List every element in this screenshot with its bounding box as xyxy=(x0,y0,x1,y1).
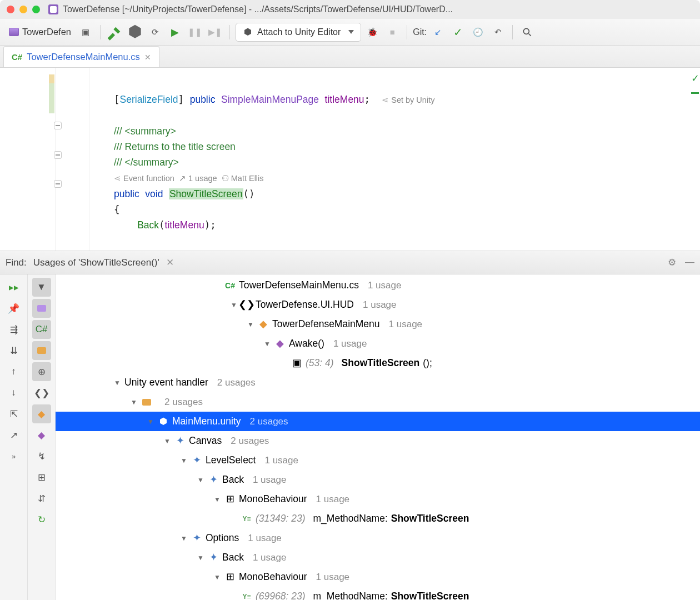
rerun-button[interactable]: ▸▸ xyxy=(4,278,23,297)
prev-button[interactable]: ↑ xyxy=(4,362,23,381)
tree-row[interactable]: ▼MainMenu.unity2 usages xyxy=(56,412,700,431)
editor-gutter xyxy=(0,68,56,251)
tree-row[interactable]: ▼✦LevelSelect1 usage xyxy=(56,451,700,470)
tree-row[interactable]: ▼⊞MonoBehaviour1 usage xyxy=(56,489,700,509)
fold-icon[interactable] xyxy=(54,122,62,129)
group-module-button[interactable] xyxy=(32,299,51,318)
fold-icon[interactable] xyxy=(54,151,62,159)
run-target-button[interactable]: ▣ xyxy=(77,23,94,41)
tree-row[interactable]: ▼✦Back1 usage xyxy=(56,470,700,489)
svg-point-0 xyxy=(524,28,529,34)
tree-row[interactable]: ▼◆Awake()1 usage xyxy=(56,334,700,353)
export-button[interactable]: ⇱ xyxy=(4,404,23,423)
run-button[interactable]: ▶ xyxy=(166,23,184,41)
window-close-icon[interactable] xyxy=(7,6,14,13)
group-sync-button[interactable]: ↻ xyxy=(32,510,51,529)
group-method-button[interactable]: ◆ xyxy=(32,426,51,444)
unity-icon xyxy=(243,27,253,37)
tree-row[interactable]: Y≡(69968: 23)m_MethodName: ShowTitleScre… xyxy=(56,587,700,600)
step-button[interactable]: ▶❚ xyxy=(206,23,224,41)
next-button[interactable]: ↓ xyxy=(4,383,23,402)
project-dropdown[interactable]: TowerDefen xyxy=(6,27,74,37)
tree-row[interactable]: ▼◆TowerDefenseMainMenu1 usage xyxy=(56,314,700,334)
git-commit-button[interactable]: ✓ xyxy=(449,23,467,41)
window-minimize-icon[interactable] xyxy=(19,6,27,13)
attach-label: Attach to Unity Editor xyxy=(257,27,341,37)
fold-icon[interactable] xyxy=(54,180,62,188)
hammer-build-button[interactable] xyxy=(106,23,124,41)
collapse-panel-icon[interactable]: — xyxy=(685,257,694,268)
find-label: Find: xyxy=(6,257,27,268)
tree-row[interactable]: ▼Unity event handler2 usages xyxy=(56,373,700,392)
open-new-tab-button[interactable]: ↗ xyxy=(4,426,23,444)
svg-line-1 xyxy=(529,33,531,36)
error-stripe[interactable]: ✓ xyxy=(691,72,699,94)
app-icon xyxy=(48,4,58,14)
usage-tree[interactable]: C#TowerDefenseMainMenu.cs1 usage▼❮❯Tower… xyxy=(56,274,700,600)
collapse-button[interactable]: ⇊ xyxy=(4,341,23,360)
unity-build-button[interactable] xyxy=(126,23,144,41)
close-tab-icon[interactable]: ✕ xyxy=(144,53,151,62)
project-name: TowerDefen xyxy=(22,27,71,37)
find-group-sidebar: ▼ C# ⊕ ❮❯ ◆ ◆ ↯ ⊞ ⇵ ↻ xyxy=(28,274,56,600)
find-usages-panel: ▸▸ 📌 ⇶ ⇊ ↑ ↓ ⇱ ↗ » ▼ C# ⊕ ❮❯ ◆ ◆ ↯ ⊞ ⇵ ↻… xyxy=(0,274,700,600)
group-structure-button[interactable]: ↯ xyxy=(32,447,51,466)
tree-row[interactable]: ▼2 usages xyxy=(56,392,700,412)
find-action-sidebar: ▸▸ 📌 ⇶ ⇊ ↑ ↓ ⇱ ↗ » xyxy=(0,274,28,600)
main-toolbar: TowerDefen ▣ ⟳ ▶ ❚❚ ▶❚ Attach to Unity E… xyxy=(0,19,700,46)
group-class-button[interactable]: ◆ xyxy=(32,404,51,423)
window-title: TowerDefense [~/UnityProjects/TowerDefen… xyxy=(63,4,453,14)
tree-row[interactable]: ▼✦Back1 usage xyxy=(56,548,700,567)
check-icon: ✓ xyxy=(691,72,699,84)
code-content[interactable]: [SerializeField] public SimpleMainMenuPa… xyxy=(56,68,700,251)
refresh-button[interactable]: ⟳ xyxy=(146,23,164,41)
tree-row[interactable]: Y≡(31349: 23)m_MethodName: ShowTitleScre… xyxy=(56,509,700,528)
editor-tab-bar: C# TowerDefenseMainMenu.cs ✕ xyxy=(0,46,700,68)
close-find-icon[interactable]: ✕ xyxy=(166,257,174,268)
tree-row[interactable]: C#TowerDefenseMainMenu.cs1 usage xyxy=(56,276,700,295)
git-label: Git: xyxy=(413,27,427,37)
settings-icon[interactable]: ⚙ xyxy=(668,257,676,268)
find-panel-header: Find: Usages of 'ShowTitleScreen()' ✕ ⚙ … xyxy=(0,251,700,274)
tree-row[interactable]: ▣(53: 4)ShowTitleScreen(); xyxy=(56,353,700,373)
flatten-button[interactable]: ⇶ xyxy=(4,320,23,339)
debug-button[interactable]: 🐞 xyxy=(363,23,381,41)
group-usage-button[interactable]: ⊕ xyxy=(32,362,51,381)
pause-button[interactable]: ❚❚ xyxy=(186,23,204,41)
tree-row[interactable]: ▼✦Options1 usage xyxy=(56,528,700,548)
tree-row[interactable]: ▼⊞MonoBehaviour1 usage xyxy=(56,567,700,587)
code-editor[interactable]: [SerializeField] public SimpleMainMenuPa… xyxy=(0,68,700,251)
group-file-button[interactable]: C# xyxy=(32,320,51,339)
group-sort-button[interactable]: ⇵ xyxy=(32,489,51,508)
tree-row[interactable]: ▼❮❯TowerDefense.UI.HUD1 usage xyxy=(56,295,700,314)
csharp-icon: C# xyxy=(12,52,22,62)
search-button[interactable] xyxy=(518,23,536,41)
find-title: Usages of 'ShowTitleScreen()' xyxy=(33,257,159,268)
group-directory-button[interactable] xyxy=(32,341,51,360)
filter-button[interactable]: ▼ xyxy=(32,278,51,297)
undo-button[interactable]: ↶ xyxy=(489,23,507,41)
group-node-button[interactable]: ⊞ xyxy=(32,468,51,487)
attach-config-dropdown[interactable]: Attach to Unity Editor xyxy=(236,23,361,42)
more-button[interactable]: » xyxy=(4,447,23,466)
project-folder-icon xyxy=(9,28,19,36)
tree-row[interactable]: ▼✦Canvas2 usages xyxy=(56,431,700,451)
git-history-button[interactable]: 🕘 xyxy=(469,23,487,41)
group-namespace-button[interactable]: ❮❯ xyxy=(32,383,51,402)
stop-button[interactable]: ■ xyxy=(383,23,401,41)
git-pull-button[interactable]: ↙ xyxy=(429,23,447,41)
chevron-down-icon xyxy=(348,30,354,34)
pin-button[interactable]: 📌 xyxy=(4,299,23,318)
editor-tab[interactable]: C# TowerDefenseMainMenu.cs ✕ xyxy=(3,46,159,67)
window-zoom-icon[interactable] xyxy=(32,6,40,13)
window-titlebar: TowerDefense [~/UnityProjects/TowerDefen… xyxy=(0,0,700,19)
tab-filename: TowerDefenseMainMenu.cs xyxy=(27,52,140,62)
